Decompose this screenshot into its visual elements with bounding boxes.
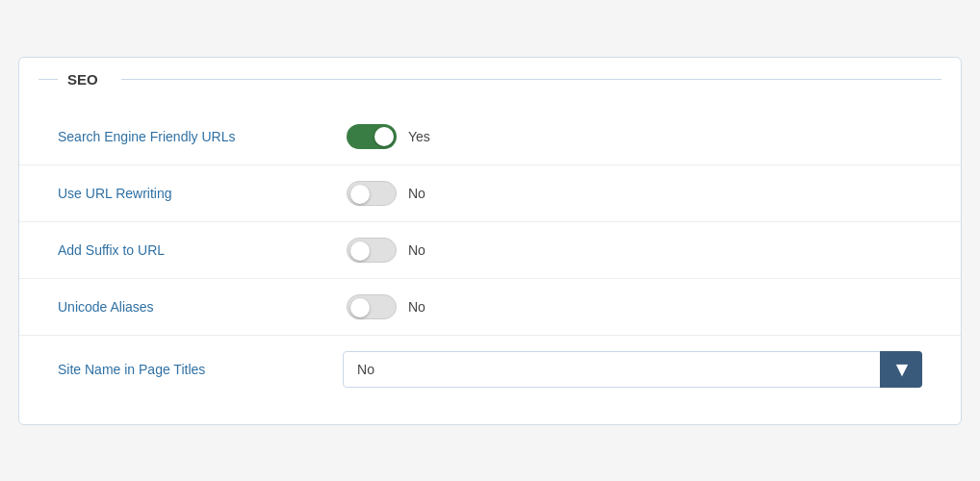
divider-2 [19, 221, 961, 222]
toggle-container-2: No [347, 238, 426, 263]
row-use-url-rewriting: Use URL Rewriting No [19, 167, 961, 219]
title-line-left [39, 79, 58, 80]
divider-3 [19, 278, 961, 279]
toggle-container-3: No [347, 294, 426, 319]
toggle-value-2: No [408, 242, 426, 258]
label-unicode-aliases: Unicode Aliases [58, 299, 347, 315]
toggle-knob-1 [350, 185, 370, 204]
label-search-engine-friendly-urls: Search Engine Friendly URLs [58, 129, 347, 144]
toggle-unicode-aliases[interactable] [347, 294, 397, 319]
panel-title-bar: SEO [19, 58, 961, 101]
seo-panel: SEO Search Engine Friendly URLs Yes Use … [18, 57, 962, 425]
row-site-name-in-page-titles: Site Name in Page Titles No Yes After Be… [19, 338, 961, 401]
divider-4 [19, 335, 961, 336]
toggle-knob-0 [374, 127, 394, 146]
toggle-container-1: No [347, 181, 426, 206]
title-line-right [121, 79, 941, 80]
toggle-knob-3 [350, 298, 370, 317]
label-site-name-in-page-titles: Site Name in Page Titles [58, 362, 343, 377]
toggle-value-1: No [408, 186, 426, 201]
toggle-knob-2 [350, 241, 370, 261]
divider-1 [19, 165, 961, 165]
toggle-add-suffix-to-url[interactable] [347, 238, 397, 263]
toggle-search-engine-friendly-urls[interactable] [347, 124, 397, 149]
row-add-suffix-to-url: Add Suffix to URL No [19, 224, 961, 276]
select-container-site-name: No Yes After Before ▾ [343, 351, 922, 388]
toggle-container-0: Yes [347, 124, 430, 149]
label-add-suffix-to-url: Add Suffix to URL [58, 242, 347, 258]
toggle-use-url-rewriting[interactable] [347, 181, 397, 206]
toggle-value-3: No [408, 299, 426, 315]
label-use-url-rewriting: Use URL Rewriting [58, 186, 347, 201]
toggle-value-0: Yes [408, 129, 430, 144]
row-search-engine-friendly-urls: Search Engine Friendly URLs Yes [19, 111, 961, 163]
panel-title: SEO [67, 58, 112, 101]
select-site-name-in-page-titles[interactable]: No Yes After Before [343, 351, 922, 388]
row-unicode-aliases: Unicode Aliases No [19, 281, 961, 333]
